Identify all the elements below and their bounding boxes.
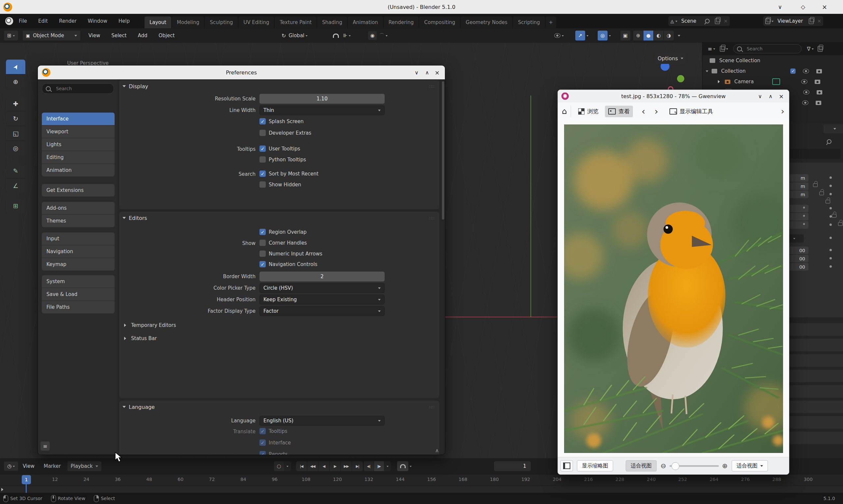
scene-selector[interactable]: ◬ Scene × <box>668 16 730 26</box>
preferences-menu-button[interactable]: ≡ <box>40 442 50 451</box>
proportional-falloff-dropdown[interactable]: ⌒ <box>379 33 388 39</box>
color-picker-type-dropdown[interactable]: Circle (HSV) <box>259 283 384 293</box>
pref-maximize-icon[interactable]: ∧ <box>425 70 429 76</box>
grip-icon[interactable]: ∷∷ <box>429 84 435 89</box>
animate-dot[interactable] <box>829 257 832 259</box>
overlays-toggle[interactable]: ◎ <box>598 31 611 40</box>
filter-funnel-icon[interactable]: ∇ <box>807 46 810 52</box>
sidebar-item-system[interactable]: System <box>42 275 114 288</box>
sidebar-item-file-paths[interactable]: File Paths <box>42 301 114 313</box>
timeline-channel-row[interactable] <box>0 486 843 493</box>
tool-transform[interactable]: ◎ <box>6 141 25 156</box>
animate-dot[interactable] <box>829 265 832 268</box>
transport-button[interactable]: ▶| <box>352 461 363 471</box>
shading-material-icon[interactable]: ◐ <box>654 31 664 40</box>
timeline-view-menu[interactable]: View <box>18 458 39 474</box>
preferences-search-input[interactable]: Search <box>42 83 114 94</box>
menu-help[interactable]: Help <box>113 14 135 28</box>
preferences-titlebar[interactable]: Preferences ∨ ∧ × <box>38 66 445 79</box>
properties-options-button[interactable] <box>824 124 843 133</box>
menu-edit[interactable]: Edit <box>33 14 53 28</box>
transform-orientation-dropdown[interactable]: ↻ Global <box>282 33 308 39</box>
current-frame-field[interactable]: 1 <box>494 461 531 471</box>
numeric-input-arrows-checkbox[interactable] <box>259 251 266 257</box>
workspace-tab-shading[interactable]: Shading <box>317 16 347 28</box>
sidebar-item-navigation[interactable]: Navigation <box>42 245 114 258</box>
gwenview-titlebar[interactable]: test.jpg - 853x1280 - 78% — Gwenview ∨ ∧… <box>558 90 789 102</box>
grip-icon[interactable]: ∷∷ <box>429 405 435 410</box>
lock-icon[interactable] <box>813 183 818 187</box>
workspace-tab-geometry-nodes[interactable]: Geometry Nodes <box>461 16 513 28</box>
viewlayer-name[interactable]: ViewLayer <box>777 18 803 24</box>
factor-display-type-dropdown[interactable]: Factor <box>259 306 384 316</box>
sidebar-item-add-ons[interactable]: Add-ons <box>42 202 114 214</box>
cube-hide-eye-icon[interactable] <box>803 90 809 94</box>
gwen-minimize-icon[interactable]: ∨ <box>758 93 762 100</box>
sidebar-item-viewport[interactable]: Viewport <box>42 125 114 138</box>
translate-reports-checkbox[interactable] <box>259 451 266 455</box>
timeline-marker-menu[interactable]: Marker <box>39 458 66 474</box>
zoom-mode-dropdown[interactable]: 适合视图 <box>732 460 768 471</box>
select-menu[interactable]: Select <box>106 28 132 43</box>
sidebar-item-get-extensions[interactable]: Get Extensions <box>42 184 114 197</box>
home-icon[interactable]: ⌂ <box>562 107 567 116</box>
timeline-playback-menu[interactable]: Playback <box>68 461 102 471</box>
workspace-tab-sculpting[interactable]: Sculpting <box>205 16 238 28</box>
animate-dot[interactable] <box>829 193 832 195</box>
section-display-header[interactable]: Display ∷∷ <box>119 80 439 90</box>
sidebar-item-keymap[interactable]: Keymap <box>42 258 114 271</box>
transport-button[interactable]: ◀ <box>319 461 329 471</box>
viewlayer-selector[interactable]: ViewLayer × <box>763 16 823 26</box>
gizmo-y-axis-ball[interactable] <box>677 75 684 82</box>
zoom-slider-thumb[interactable] <box>671 462 679 470</box>
menu-window[interactable]: Window <box>82 14 113 28</box>
translate-tooltips-checkbox[interactable] <box>259 428 266 434</box>
new-collection-icon[interactable] <box>818 46 823 52</box>
timeline-ruler[interactable]: 1224364860728496108120132144156168180192… <box>0 474 843 486</box>
section-language-header[interactable]: Language ∷∷ <box>119 401 439 410</box>
transport-button[interactable]: ▶ <box>330 461 340 471</box>
timeline-snap-dropdown[interactable] <box>397 461 412 471</box>
user-tooltips-checkbox[interactable] <box>259 145 266 152</box>
animate-dot[interactable] <box>829 237 832 239</box>
view-menu[interactable]: View <box>83 28 106 43</box>
temporary-editors-panel[interactable]: Temporary Editors <box>123 322 176 328</box>
animate-dot[interactable] <box>829 177 832 179</box>
workspace-tab-rendering[interactable]: Rendering <box>384 16 419 28</box>
animate-dot[interactable] <box>829 249 832 251</box>
gwenview-content[interactable] <box>558 120 789 457</box>
xray-toggle[interactable]: ▣ <box>621 31 630 40</box>
workspace-tab-scripting[interactable]: Scripting <box>513 16 545 28</box>
outliner-filter-image-icon[interactable] <box>720 46 725 52</box>
collection-checkbox[interactable] <box>790 69 795 74</box>
header-position-dropdown[interactable]: Keep Existing <box>259 295 384 305</box>
section-editors-header[interactable]: Editors ∷∷ <box>119 212 439 221</box>
menu-render[interactable]: Render <box>53 14 82 28</box>
collection-hide-eye-icon[interactable] <box>803 69 809 73</box>
snap-toggle[interactable] <box>331 31 341 40</box>
scroll-more-icon[interactable]: ∧ <box>435 447 439 454</box>
python-tooltips-checkbox[interactable] <box>259 156 266 163</box>
sidebar-item-save-load[interactable]: Save & Load <box>42 288 114 301</box>
show-editing-tools-button[interactable]: ✎ 显示编辑工具 <box>666 106 717 117</box>
outliner-row-collection[interactable]: Collection <box>702 66 843 76</box>
camera-expand-icon[interactable] <box>718 80 721 83</box>
collection-expand-icon[interactable] <box>706 70 708 73</box>
menu-file[interactable]: File <box>13 14 33 28</box>
preferences-scrollbar[interactable] <box>442 81 444 220</box>
zoom-slider[interactable] <box>669 465 719 467</box>
snap-target-dropdown[interactable]: ⊪ <box>343 33 351 38</box>
animate-dot[interactable] <box>829 207 832 209</box>
developer-extras-checkbox[interactable] <box>259 130 266 136</box>
display-mode-icon[interactable]: ≡ <box>708 46 712 52</box>
grip-icon[interactable]: ∷∷ <box>429 216 435 220</box>
workspace-tab-layout[interactable]: Layout <box>145 16 171 28</box>
animate-dot[interactable] <box>829 223 832 226</box>
translate-interface-checkbox[interactable] <box>259 439 266 446</box>
gwen-close-icon[interactable]: × <box>779 93 784 100</box>
add-menu[interactable]: Add <box>132 28 153 43</box>
proportional-editing-toggle[interactable]: ◉ <box>368 31 377 40</box>
remove-viewlayer-icon[interactable]: × <box>817 18 821 24</box>
collection-render-camera-icon[interactable] <box>816 69 822 73</box>
browse-button[interactable]: 浏览 <box>575 106 602 117</box>
